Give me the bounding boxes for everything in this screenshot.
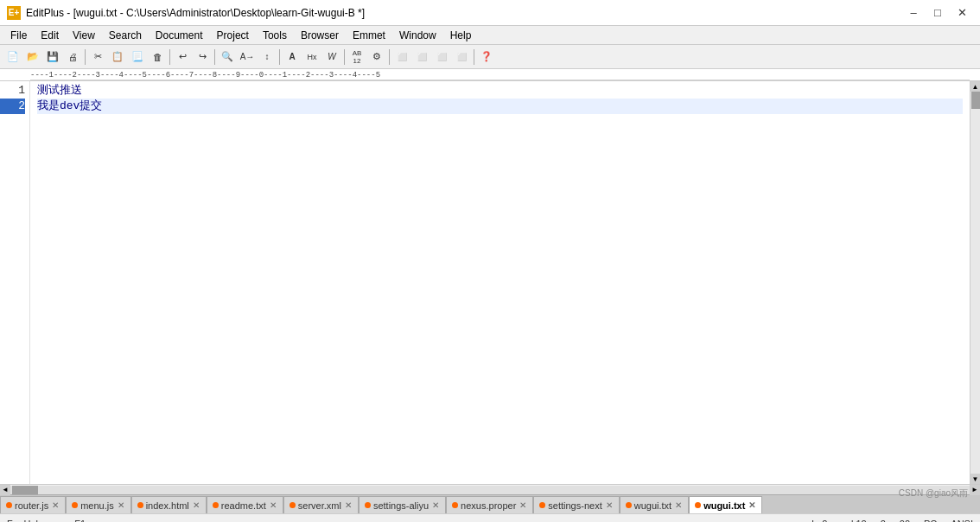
toolbar-html1[interactable]: ⬜ <box>392 48 411 67</box>
tab-2[interactable]: index.html✕ <box>131 496 207 513</box>
tab-close-6[interactable]: ✕ <box>519 500 527 510</box>
toolbar-open[interactable]: 📂 <box>23 48 42 67</box>
toolbar-html3[interactable]: ⬜ <box>432 48 451 67</box>
tab-dot-9 <box>695 502 701 508</box>
toolbar-undo[interactable]: ↩ <box>173 48 192 67</box>
h-scroll-track[interactable] <box>10 486 970 494</box>
toolbar-sep3 <box>214 49 215 65</box>
menu-item-help[interactable]: Help <box>443 28 479 43</box>
tab-dot-3 <box>213 502 219 508</box>
tab-4[interactable]: server.xml✕ <box>283 496 359 513</box>
title-bar: E+ EditPlus - [wugui.txt - C:\Users\Admi… <box>0 0 980 26</box>
status-col: col 12 <box>841 519 866 523</box>
tabs-bar: router.js✕menu.js✕index.html✕readme.txt✕… <box>0 494 980 513</box>
tab-5[interactable]: settings-aliyu✕ <box>359 496 446 513</box>
horizontal-scrollbar[interactable]: ◄ ► <box>0 484 980 494</box>
toolbar-html2[interactable]: ⬜ <box>412 48 431 67</box>
menu-item-tools[interactable]: Tools <box>256 28 294 43</box>
toolbar-sep6 <box>389 49 390 65</box>
tab-close-8[interactable]: ✕ <box>674 500 683 510</box>
tab-label-3: readme.txt <box>221 500 266 511</box>
tab-label-4: server.xml <box>298 500 341 511</box>
tab-label-1: menu.js <box>80 500 114 511</box>
tab-close-9[interactable]: ✕ <box>748 500 756 510</box>
toolbar-replace[interactable]: A→ <box>238 48 257 67</box>
vertical-scrollbar[interactable]: ▲ ▼ <box>970 81 980 484</box>
scroll-up-button[interactable]: ▲ <box>970 81 980 92</box>
menu-item-window[interactable]: Window <box>392 28 443 43</box>
toolbar-clip[interactable]: A <box>283 48 302 67</box>
toolbar-gear[interactable]: ⚙ <box>367 48 386 67</box>
tab-close-2[interactable]: ✕ <box>192 500 200 510</box>
toolbar-clip2[interactable]: Hx <box>302 48 321 67</box>
title-left: E+ EditPlus - [wugui.txt - C:\Users\Admi… <box>7 6 365 20</box>
toolbar-cut[interactable]: ✂ <box>88 48 107 67</box>
minimize-button[interactable]: – <box>902 4 925 22</box>
menu-item-browser[interactable]: Browser <box>294 28 346 43</box>
toolbar-new[interactable]: 📄 <box>3 48 22 67</box>
menu-item-search[interactable]: Search <box>102 28 149 43</box>
status-right: In 2 col 12 2 00 PC ANSI <box>811 519 973 523</box>
menu-item-file[interactable]: File <box>3 28 34 43</box>
tab-label-9: wugui.txt <box>703 500 745 511</box>
line-number-2: 2 <box>0 99 25 114</box>
toolbar-copy[interactable]: 📋 <box>108 48 127 67</box>
scroll-right-button[interactable]: ► <box>970 485 980 495</box>
toolbar-delete[interactable]: 🗑 <box>148 48 167 67</box>
menu-item-edit[interactable]: Edit <box>34 28 66 43</box>
tab-8[interactable]: wugui.txt✕ <box>620 496 689 513</box>
tab-6[interactable]: nexus.proper✕ <box>446 496 533 513</box>
toolbar-help[interactable]: ❓ <box>477 48 496 67</box>
toolbar-paste[interactable]: 📃 <box>128 48 147 67</box>
tab-9[interactable]: wugui.txt✕ <box>689 496 762 513</box>
maximize-button[interactable]: □ <box>926 4 949 22</box>
tab-label-2: index.html <box>146 500 189 511</box>
tab-7[interactable]: settings-next✕ <box>533 496 619 513</box>
toolbar: 📄 📂 💾 🖨 ✂ 📋 📃 🗑 ↩ ↪ 🔍 A→ ↕ A Hx W AB12 ⚙… <box>0 45 980 69</box>
tab-dot-6 <box>452 502 458 508</box>
toolbar-print[interactable]: 🖨 <box>63 48 82 67</box>
toolbar-sep5 <box>344 49 345 65</box>
tab-close-5[interactable]: ✕ <box>431 500 440 510</box>
tab-label-7: settings-next <box>548 500 601 511</box>
scroll-left-button[interactable]: ◄ <box>0 485 10 495</box>
menu-bar: FileEditViewSearchDocumentProjectToolsBr… <box>0 26 980 45</box>
tab-close-3[interactable]: ✕ <box>269 500 277 510</box>
toolbar-save[interactable]: 💾 <box>43 48 62 67</box>
tab-close-7[interactable]: ✕ <box>605 500 614 510</box>
toolbar-goto[interactable]: ↕ <box>258 48 277 67</box>
tab-close-0[interactable]: ✕ <box>51 500 60 510</box>
status-num1: 2 <box>881 519 886 523</box>
code-area[interactable]: 测试推送我是dev提交 <box>30 81 970 484</box>
toolbar-html4[interactable]: ⬜ <box>452 48 471 67</box>
status-bar: For Help, press F1 In 2 col 12 2 00 PC A… <box>0 513 980 522</box>
menu-item-project[interactable]: Project <box>210 28 256 43</box>
tab-3[interactable]: readme.txt✕ <box>207 496 283 513</box>
menu-item-view[interactable]: View <box>66 28 102 43</box>
tab-close-4[interactable]: ✕ <box>344 500 353 510</box>
scroll-track[interactable] <box>970 92 980 474</box>
tab-1[interactable]: menu.js✕ <box>66 496 131 513</box>
close-button[interactable]: ✕ <box>951 4 973 22</box>
toolbar-clip3[interactable]: W <box>322 48 341 67</box>
scroll-thumb[interactable] <box>971 92 980 109</box>
toolbar-find[interactable]: 🔍 <box>218 48 237 67</box>
tab-label-5: settings-aliyu <box>373 500 429 511</box>
scroll-down-button[interactable]: ▼ <box>970 474 980 484</box>
toolbar-abcnum[interactable]: AB12 <box>347 48 366 67</box>
tab-label-0: router.js <box>15 500 48 511</box>
tab-dot-5 <box>365 502 371 508</box>
app-title: EditPlus - [wugui.txt - C:\Users\Adminis… <box>26 7 365 19</box>
menu-item-document[interactable]: Document <box>149 28 210 43</box>
toolbar-sep4 <box>279 49 280 65</box>
toolbar-redo[interactable]: ↪ <box>193 48 212 67</box>
h-scroll-thumb[interactable] <box>12 486 38 494</box>
app-icon-label: E+ <box>9 8 20 17</box>
toolbar-sep1 <box>85 49 86 65</box>
toolbar-sep2 <box>169 49 170 65</box>
menu-item-emmet[interactable]: Emmet <box>346 28 392 43</box>
tab-close-1[interactable]: ✕ <box>117 500 125 510</box>
main-layout: 12 测试推送我是dev提交 ▲ ▼ <box>0 81 980 484</box>
code-line-2: 我是dev提交 <box>37 99 963 114</box>
tab-0[interactable]: router.js✕ <box>0 496 66 513</box>
